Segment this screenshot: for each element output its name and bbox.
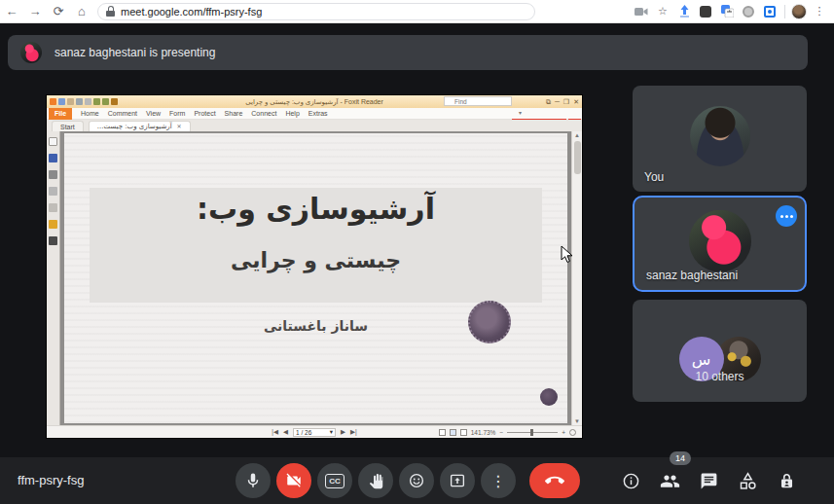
extension-adblock-icon[interactable]	[740, 3, 757, 20]
qat-undo-icon[interactable]	[93, 98, 100, 105]
forward-icon[interactable]: →	[23, 4, 47, 18]
browser-toolbar: ← → ⟳ ⌂ meet.google.com/ffm-psry-fsg ☆ ⋮	[0, 0, 834, 23]
menu-protect[interactable]: Protect	[194, 110, 215, 117]
fit-page-icon[interactable]	[569, 429, 576, 436]
layers-panel-icon[interactable]	[49, 170, 57, 179]
continuous-view-icon[interactable]	[450, 429, 456, 436]
reload-icon[interactable]: ⟳	[47, 4, 70, 18]
meet-stage: sanaz baghestani is presenting آرشیوسازی…	[0, 23, 834, 504]
smiley-icon	[408, 472, 425, 489]
prev-page-icon[interactable]: ◀	[283, 428, 288, 436]
attachments-panel-icon[interactable]	[49, 203, 57, 212]
camera-off-button[interactable]	[276, 463, 311, 498]
zoom-out-icon[interactable]: −	[499, 429, 503, 436]
comments-panel-icon[interactable]	[49, 187, 57, 196]
scrollbar-thumb[interactable]	[574, 141, 581, 174]
tile-presenter[interactable]: sanaz baghestani	[633, 196, 807, 292]
page-dropdown-icon[interactable]: ▾	[330, 428, 333, 436]
tile-options-icon[interactable]	[776, 205, 797, 227]
pages-panel-icon[interactable]	[49, 154, 57, 162]
browser-menu-icon[interactable]: ⋮	[811, 3, 828, 20]
reactions-button[interactable]	[399, 463, 434, 498]
scroll-up-icon[interactable]: ▲	[572, 132, 582, 138]
tile-you[interactable]: You	[633, 86, 807, 192]
menu-share[interactable]: Share	[225, 110, 243, 117]
zoom-in-icon[interactable]: +	[562, 429, 565, 436]
first-page-icon[interactable]: |◀	[272, 428, 278, 436]
bookmark-star-icon[interactable]: ☆	[654, 3, 671, 20]
microphone-button[interactable]	[236, 463, 271, 498]
menu-help[interactable]: Help	[285, 110, 299, 117]
media-camera-icon[interactable]	[633, 3, 650, 20]
chat-button[interactable]	[697, 469, 720, 492]
facing-view-icon[interactable]	[460, 429, 467, 436]
tab-close-icon[interactable]: ✕	[177, 122, 182, 132]
qat-open-icon[interactable]	[67, 98, 74, 105]
zoom-slider-knob[interactable]	[530, 429, 533, 436]
qat-mail-icon[interactable]	[85, 98, 91, 105]
tab-list-dropdown-icon[interactable]: ▾	[519, 109, 522, 116]
back-icon[interactable]: ←	[0, 4, 23, 18]
meeting-details-button[interactable]	[619, 469, 642, 492]
document-canvas: آرشیوسازی وب: چیستی و چرایی ساناز باغستا…	[60, 131, 571, 425]
menu-comment[interactable]: Comment	[108, 110, 137, 117]
present-screen-icon	[449, 472, 466, 489]
activities-button[interactable]	[736, 469, 759, 492]
url-text: meet.google.com/ffm-psry-fsg	[121, 6, 262, 18]
shared-screen-foxit-window: آرشیوسازی وب: چیستی و چرایی - Foxit Read…	[47, 95, 582, 438]
extension-pocket-icon[interactable]	[675, 3, 693, 20]
page-number-box[interactable]: 1 / 26 ▾	[293, 428, 336, 437]
others-label: 10 others	[633, 370, 807, 383]
document-scrollbar[interactable]: ▲ ▼	[571, 131, 582, 425]
qat-app-icon[interactable]	[50, 98, 56, 105]
foxit-close-icon[interactable]: ✕	[573, 98, 579, 106]
call-controls: CC ⋮	[236, 463, 580, 498]
meet-bottom-bar: ffm-psry-fsg CC	[0, 457, 834, 504]
presenter-banner-avatar	[20, 42, 42, 63]
qat-redo-icon[interactable]	[102, 98, 109, 105]
present-button[interactable]	[440, 463, 475, 498]
menu-form[interactable]: Form	[169, 110, 185, 117]
foxit-minimize-icon[interactable]: ─	[555, 98, 560, 106]
leave-call-button[interactable]	[529, 463, 580, 498]
scroll-down-icon[interactable]: ▼	[572, 418, 582, 424]
address-bar[interactable]: meet.google.com/ffm-psry-fsg	[97, 3, 535, 20]
captions-button[interactable]: CC	[317, 463, 352, 498]
menu-home[interactable]: Home	[81, 110, 99, 117]
menu-extras[interactable]: Extras	[308, 110, 328, 117]
security-panel-icon[interactable]	[49, 220, 57, 229]
you-avatar	[690, 105, 750, 165]
raise-hand-button[interactable]	[358, 463, 393, 498]
extension-dark-icon[interactable]	[697, 3, 714, 20]
menu-view[interactable]: View	[146, 110, 161, 117]
bookmarks-panel-icon[interactable]	[49, 137, 57, 146]
home-icon[interactable]: ⌂	[70, 4, 93, 18]
qat-print-icon[interactable]	[76, 98, 83, 105]
tab-start[interactable]: Start	[52, 121, 84, 131]
extension-screenshot-icon[interactable]	[761, 3, 779, 20]
single-page-view-icon[interactable]	[439, 429, 446, 436]
last-page-icon[interactable]: ▶|	[350, 428, 357, 436]
foxit-restore-icon[interactable]: ❐	[563, 98, 569, 106]
signature-panel-icon[interactable]	[49, 236, 57, 245]
qat-customize-icon[interactable]	[111, 98, 118, 105]
menu-file[interactable]: File	[49, 108, 72, 120]
slide-title-line2: چیستی و چرایی	[64, 248, 567, 272]
more-options-button[interactable]: ⋮	[481, 463, 516, 498]
qat-save-icon[interactable]	[58, 98, 65, 105]
browser-profile-avatar[interactable]	[791, 4, 807, 19]
extension-translate-icon[interactable]	[718, 3, 736, 20]
tab-document[interactable]: آرشیوسازی وب: چیست... ✕	[89, 121, 191, 131]
host-controls-button[interactable]	[775, 469, 798, 492]
menu-connect[interactable]: Connect	[251, 110, 276, 117]
meeting-code: ffm-psry-fsg	[18, 457, 84, 504]
show-everyone-button[interactable]	[658, 469, 681, 492]
small-purple-dot	[540, 388, 558, 406]
foxit-collab-icon[interactable]: ⧉	[546, 98, 551, 106]
tile-others[interactable]: س 10 others	[633, 300, 807, 402]
next-page-icon[interactable]: ▶	[341, 428, 345, 436]
zoom-slider[interactable]	[507, 432, 558, 433]
foxit-quick-access-toolbar[interactable]	[50, 98, 118, 105]
find-input[interactable]	[444, 96, 512, 106]
https-lock-icon	[106, 6, 115, 17]
